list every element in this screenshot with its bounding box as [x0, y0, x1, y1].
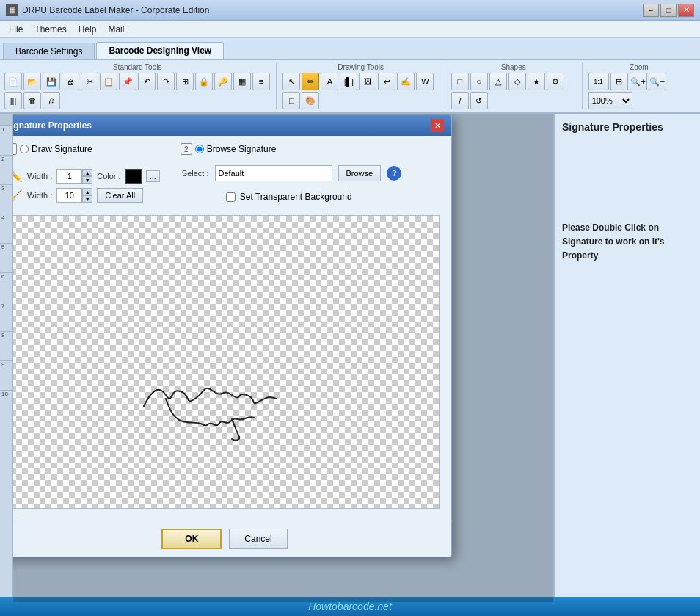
close-button[interactable]: ✕	[678, 4, 694, 17]
ruler-tick-2: 2	[0, 155, 12, 184]
canvas-area[interactable]: Signature Properties ✕ 1 Draw Signature	[13, 114, 553, 602]
eraser-width-spinner: ▲ ▼	[56, 188, 92, 203]
tb-barcode2[interactable]: |▌|	[340, 73, 357, 90]
tb-list[interactable]: ≡	[252, 73, 270, 90]
shape-gear[interactable]: ⚙	[547, 73, 564, 90]
shape-curve[interactable]: ↺	[470, 92, 488, 109]
browse-signature-label: Browse Signature	[207, 144, 277, 154]
tab-bar: Barcode Settings Barcode Designing View	[0, 38, 700, 60]
tb-lock[interactable]: 🔒	[195, 73, 213, 90]
shape-circle[interactable]: ○	[470, 73, 488, 90]
shape-star[interactable]: ★	[528, 73, 545, 90]
browse-signature-section: 2 Browse Signature	[181, 143, 277, 155]
properties-help-text: Please Double Click on Signature to work…	[562, 221, 693, 264]
standard-buttons: 📄 📂 💾 🖨 ✂ 📋 📌 ↶ ↷ ⊞ 🔒 🔑 ▦ ≡ ||| 🗑 🖨	[4, 73, 270, 109]
tb-new[interactable]: 📄	[4, 73, 22, 90]
color-label: Color :	[97, 172, 120, 181]
tb-text[interactable]: A	[321, 73, 338, 90]
tb-cursorA[interactable]: ↩	[378, 73, 395, 90]
shape-diamond[interactable]: ◇	[508, 73, 526, 90]
title-bar: ▦ DRPU Barcode Label Maker - Corporate E…	[0, 0, 700, 21]
maximize-button[interactable]: □	[660, 4, 677, 17]
minimize-button[interactable]: −	[643, 4, 659, 17]
draw-signature-label: Draw Signature	[32, 144, 92, 154]
zoom-in[interactable]: 🔍+	[630, 73, 647, 90]
tb-table[interactable]: ▦	[233, 73, 251, 90]
tb-color-drop[interactable]: 🎨	[302, 92, 319, 109]
transparent-bg-checkbox[interactable]	[226, 192, 236, 202]
zoom-select[interactable]: 100% 75% 50% 150%	[588, 92, 632, 109]
menu-themes[interactable]: Themes	[29, 23, 72, 36]
tb-delete[interactable]: 🗑	[23, 92, 41, 109]
properties-panel: Signature Properties Please Double Click…	[553, 114, 700, 602]
pen-spin-up[interactable]: ▲	[82, 169, 92, 176]
tb-W[interactable]: W	[416, 73, 434, 90]
menu-file[interactable]: File	[3, 23, 29, 36]
signature-canvas[interactable]	[13, 215, 440, 509]
eraser-spin-up[interactable]: ▲	[82, 188, 92, 195]
modal-overlay: Signature Properties ✕ 1 Draw Signature	[13, 114, 553, 602]
tb-signature[interactable]: ✍	[397, 73, 415, 90]
draw-signature-radio[interactable]	[20, 145, 29, 153]
step1-badge: 1	[13, 143, 17, 155]
menu-help[interactable]: Help	[73, 23, 103, 36]
zoom-fit[interactable]: ⊞	[610, 73, 628, 90]
tb-rect[interactable]: □	[282, 92, 300, 109]
tb-cut[interactable]: ✂	[81, 73, 98, 90]
eraser-width-input[interactable]	[56, 188, 82, 203]
tb-printer[interactable]: 🖨	[43, 92, 60, 109]
eraser-spin-buttons: ▲ ▼	[82, 188, 92, 203]
zoom-out[interactable]: 🔍−	[649, 73, 666, 90]
dialog-body: 1 Draw Signature 2 Browse Signature	[13, 136, 451, 521]
select-input[interactable]	[215, 165, 332, 181]
pen-spin-down[interactable]: ▼	[82, 176, 92, 184]
workspace: 1 2 3 4 5 6 7 8 9 10 Signature Propertie…	[0, 114, 700, 602]
tab-barcode-designing[interactable]: Barcode Designing View	[96, 42, 224, 59]
shape-rect[interactable]: □	[451, 73, 469, 90]
tb-redo[interactable]: ↷	[157, 73, 175, 90]
ruler-tick-3: 3	[0, 184, 12, 214]
drawing-tools-label: Drawing Tools	[338, 63, 384, 71]
tb-print[interactable]: 🖨	[62, 73, 79, 90]
help-button[interactable]: ?	[387, 166, 401, 181]
ruler-tick-6: 6	[0, 272, 12, 302]
shape-triangle[interactable]: △	[489, 73, 507, 90]
radio-sections: 1 Draw Signature 2 Browse Signature	[13, 143, 444, 155]
tb-pen[interactable]: ✏	[302, 73, 319, 90]
tb-grid[interactable]: ⊞	[176, 73, 194, 90]
pen-row: ✏️ Width : ▲ ▼ Color :	[13, 169, 160, 184]
ruler-tick-1: 1	[0, 126, 12, 155]
shapes-buttons: □ ○ △ ◇ ★ ⚙ / ↺	[451, 73, 576, 109]
browse-signature-radio[interactable]	[195, 145, 204, 153]
shape-line[interactable]: /	[451, 92, 469, 109]
tb-open[interactable]: 📂	[23, 73, 41, 90]
tb-lock2[interactable]: 🔑	[214, 73, 232, 90]
tb-image[interactable]: 🖼	[359, 73, 376, 90]
eraser-row: 🧹 Width : ▲ ▼ Clear All	[13, 188, 160, 203]
tab-barcode-settings[interactable]: Barcode Settings	[3, 43, 95, 59]
tb-paste[interactable]: 📌	[119, 73, 136, 90]
more-button[interactable]: ...	[146, 170, 160, 182]
eraser-spin-down[interactable]: ▼	[82, 195, 92, 203]
transparent-bg-row: Set Transparent Background	[226, 192, 401, 202]
properties-panel-title: Signature Properties	[562, 121, 693, 133]
tb-undo[interactable]: ↶	[138, 73, 156, 90]
tb-barcode[interactable]: |||	[4, 92, 22, 109]
dialog-close-button[interactable]: ✕	[431, 119, 444, 132]
zoom-11[interactable]: 1:1	[588, 73, 609, 90]
drawing-buttons: ↖ ✏ A |▌| 🖼 ↩ ✍ W □ 🎨	[282, 73, 439, 109]
tb-copy[interactable]: 📋	[100, 73, 117, 90]
browse-button[interactable]: Browse	[338, 165, 382, 181]
menu-mail[interactable]: Mail	[102, 23, 130, 36]
ok-button[interactable]: OK	[161, 529, 222, 549]
color-swatch[interactable]	[125, 169, 142, 184]
cancel-button[interactable]: Cancel	[229, 529, 287, 549]
zoom-label: Zoom	[630, 63, 649, 71]
clear-all-button[interactable]: Clear All	[97, 188, 143, 203]
pen-width-input[interactable]	[56, 169, 82, 184]
tb-save[interactable]: 💾	[43, 73, 60, 90]
pen-width-label: Width :	[27, 172, 52, 181]
signature-image	[122, 355, 327, 449]
tb-select[interactable]: ↖	[282, 73, 300, 90]
eraser-width-label: Width :	[27, 191, 52, 200]
